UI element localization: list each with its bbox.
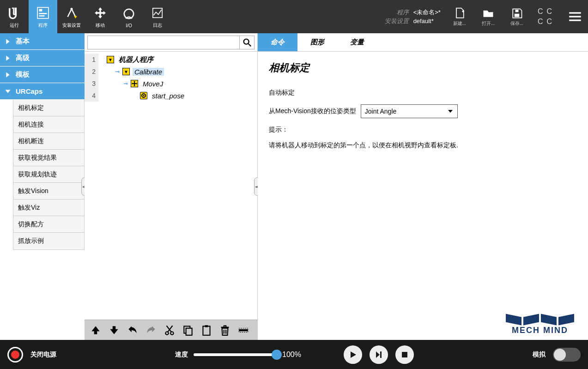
move-icon [92,5,109,21]
folder-icon [482,6,495,19]
file-new[interactable]: 新建... [445,0,474,33]
chevron-right-icon [4,71,12,79]
arrow-up-icon [90,324,102,336]
topnav-install[interactable]: 安装设置 [57,0,86,33]
tab-command[interactable]: 命令 [258,33,297,51]
detail-panel: 命令 图形 变量 相机标定 自动标定 从Mech-Vision接收的位姿类型 J… [258,33,588,340]
svg-rect-12 [569,19,581,21]
delete-button[interactable] [218,324,231,337]
sidebar-item[interactable]: 触发Vision [13,183,84,200]
sidebar-item[interactable]: 相机断连 [13,133,84,150]
program-tree-panel: 1 ▼ 机器人程序 2 ⊸ ▼ Calibrate 3 ⊸ MoveJ 4 [85,33,258,340]
program-name: <未命名>* [413,8,441,17]
svg-rect-1 [39,9,42,12]
sidebar-item[interactable]: 获取视觉结果 [13,150,84,166]
clipboard-icon [200,324,212,336]
redo-icon [145,324,157,336]
undo-icon [127,324,139,336]
urcaps-list: 相机标定 相机连接 相机断连 获取视觉结果 获取规划轨迹 触发Vision 触发… [13,100,85,250]
cc-indicator: CCCC [531,0,562,33]
svg-line-14 [248,43,251,46]
topnav-program[interactable]: 程序 [29,0,57,33]
sidebar-section-template[interactable]: 模板 [0,67,85,83]
sidebar-item[interactable]: 获取规划轨迹 [13,166,84,183]
trash-icon [219,324,231,336]
sidebar-item[interactable]: 切换配方 [13,216,84,233]
copy-button[interactable] [182,324,194,337]
scissors-icon [164,324,176,336]
sidebar-item[interactable]: 相机标定 [13,100,84,116]
key-icon: ⊸ [123,80,128,87]
footer-bar: 关闭电源 速度 100% 模拟 [0,340,588,369]
speed-slider[interactable] [194,353,277,356]
svg-rect-28 [402,352,407,357]
save-icon [510,6,523,19]
hint-label: 提示： [269,126,577,134]
step-button[interactable] [370,345,388,364]
speed-value: 100% [282,351,301,359]
svg-rect-11 [569,16,581,17]
move-down-button[interactable] [108,324,121,337]
mechmind-logo: MECH MIND [506,315,574,335]
svg-rect-27 [380,351,382,358]
file-save[interactable]: 保存... [503,0,531,33]
arrow-down-icon [108,324,120,336]
hint-text: 请将机器人移动到标定的第一个点，以便在相机视野内查看标定板. [269,141,577,150]
file-open[interactable]: 打开... [474,0,503,33]
tab-variables[interactable]: 变量 [337,33,377,51]
chevron-right-icon [4,37,12,46]
sidebar-section-advanced[interactable]: 高级 [0,50,85,67]
redo-button [145,324,158,337]
tree-toolbar [85,320,257,340]
menu-button[interactable] [562,0,588,33]
tree-row[interactable]: 3 ⊸ MoveJ [85,78,257,90]
cut-button[interactable] [163,324,176,337]
tab-graphics[interactable]: 图形 [297,33,337,51]
install-name: default* [413,17,434,26]
hamburger-icon [567,9,583,24]
sim-toggle[interactable] [553,348,581,362]
program-meta: 程序<未命名>* 安装设置default* [381,0,445,33]
sidebar-item[interactable]: 触发Viz [13,200,84,216]
topnav-move[interactable]: 移动 [86,0,115,33]
auto-calibrate-label: 自动标定 [269,89,577,97]
detail-tabs: 命令 图形 变量 [258,33,588,52]
tree-search-input[interactable] [87,36,240,49]
play-button[interactable] [344,345,362,364]
new-file-icon [453,6,466,19]
stop-button[interactable] [395,345,414,364]
svg-rect-26 [239,329,248,331]
paste-button[interactable] [200,324,213,337]
svg-rect-10 [569,12,581,13]
svg-rect-3 [39,15,45,17]
svg-rect-9 [515,10,518,12]
power-button[interactable] [7,347,23,363]
sim-label: 模拟 [533,351,546,359]
sidebar-section-basic[interactable]: 基本 [0,33,85,50]
program-tree: 1 ▼ 机器人程序 2 ⊸ ▼ Calibrate 3 ⊸ MoveJ 4 [85,52,257,320]
tree-row[interactable]: 1 ▼ 机器人程序 [85,54,257,66]
pose-type-select[interactable]: Joint Angle [361,104,458,118]
search-button[interactable] [240,36,255,49]
chevron-right-icon [4,54,12,62]
topnav-io[interactable]: I/O [115,0,143,33]
svg-rect-8 [515,14,520,17]
topnav-log[interactable]: 日志 [143,0,172,33]
expand-icon: ▼ [107,56,114,63]
sidebar-section-urcaps[interactable]: URCaps [0,83,85,100]
tree-row[interactable]: 2 ⊸ ▼ Calibrate [85,66,257,78]
suppress-icon [237,324,249,336]
program-icon [35,5,51,21]
tree-row[interactable]: 4 start_pose [85,90,257,102]
suppress-button[interactable] [237,324,250,337]
play-icon [348,350,358,359]
sidebar-item[interactable]: 相机连接 [13,116,84,133]
topnav-run[interactable]: 运行 [0,0,29,33]
move-up-button[interactable] [89,324,102,337]
undo-button[interactable] [126,324,139,337]
sidebar-item[interactable]: 抓放示例 [13,233,84,249]
sidebar: 基本 高级 模板 URCaps 相机标定 相机连接 相机断连 获取视觉结果 获取… [0,33,85,340]
topbar: 运行 程序 安装设置 移动 I/O 日志 程序<未命名>* 安装设置defaul… [0,0,588,33]
ur-logo-icon [6,5,23,21]
step-icon [374,350,383,359]
